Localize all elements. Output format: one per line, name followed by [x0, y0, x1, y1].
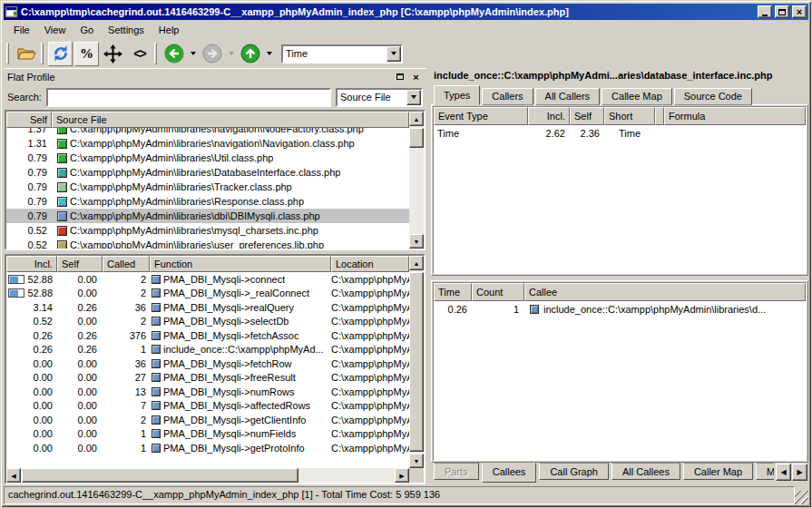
column-header-function[interactable]: Function: [150, 256, 331, 272]
bottom-tab[interactable]: Caller Map: [683, 463, 753, 480]
menu-item[interactable]: Go: [73, 22, 101, 38]
scroll-down-button[interactable]: ▼: [409, 454, 424, 468]
function-row[interactable]: 0.00 0.00 7 PMA_DBI_Mysqli->affectedRows…: [6, 399, 409, 414]
file-row[interactable]: 0.52 C:\xampp\phpMyAdmin\libraries\user_…: [6, 238, 409, 249]
detail-tab[interactable]: Callers: [482, 88, 533, 105]
search-input[interactable]: [46, 88, 331, 107]
scroll-thumb[interactable]: [409, 128, 424, 148]
dock-close-button[interactable]: ×: [409, 71, 423, 83]
forward-dropdown[interactable]: [226, 43, 236, 64]
group-by-select[interactable]: Source File: [336, 88, 423, 107]
forward-button[interactable]: [200, 42, 224, 66]
open-file-button[interactable]: [14, 42, 38, 66]
tab-scroll-right-button[interactable]: ▶: [792, 464, 807, 481]
menu-item[interactable]: File: [6, 22, 37, 38]
menu-item[interactable]: Help: [152, 22, 187, 38]
function-row[interactable]: 0.26 0.26 376 PMA_DBI_Mysqli->fetchAssoc…: [6, 328, 409, 343]
back-dropdown[interactable]: [188, 43, 198, 64]
minimize-icon: [762, 15, 768, 16]
column-header-called[interactable]: Called: [103, 256, 150, 272]
file-list-scrollbar[interactable]: ▲ ▼: [409, 112, 424, 249]
detail-tab[interactable]: Source Code: [674, 88, 752, 105]
scroll-up-button[interactable]: ▲: [409, 112, 424, 126]
column-header-count[interactable]: Count: [472, 283, 524, 301]
bottom-tab[interactable]: Machine Code: [756, 463, 774, 480]
scroll-up-button[interactable]: ▲: [409, 256, 424, 270]
event-type-row[interactable]: Time 2.62 2.36 Time: [434, 125, 806, 142]
dock-float-button[interactable]: [393, 71, 406, 83]
scroll-thumb[interactable]: [409, 272, 424, 452]
function-row[interactable]: 0.00 0.00 36 PMA_DBI_Mysqli->fetchRow C:…: [6, 357, 409, 371]
function-row[interactable]: 0.00 0.00 27 PMA_DBI_Mysqli->freeResult …: [6, 371, 409, 386]
refresh-icon: [52, 44, 70, 63]
event-type-select[interactable]: Time: [281, 44, 403, 64]
bottom-tab[interactable]: All Callees: [611, 463, 680, 480]
scroll-down-button[interactable]: ▼: [409, 234, 424, 249]
menu-item[interactable]: Settings: [101, 22, 152, 38]
called-value: 1: [103, 428, 150, 439]
maximize-button[interactable]: [775, 5, 789, 18]
back-button[interactable]: [161, 42, 186, 66]
column-header-time[interactable]: Time: [434, 283, 472, 301]
column-header-self[interactable]: Self: [570, 107, 604, 125]
resize-grip-icon[interactable]: [795, 491, 808, 504]
file-row[interactable]: 0.79 C:\xampp\phpMyAdmin\libraries\Datab…: [6, 165, 409, 180]
column-header-self[interactable]: Self: [6, 112, 52, 128]
function-row[interactable]: 52.88 0.00 2 PMA_DBI_Mysqli->connect C:\…: [6, 272, 409, 287]
column-header-short[interactable]: Short: [604, 107, 655, 125]
up-button[interactable]: [238, 42, 262, 66]
main-area: Flat Profile × Search: Source File Self …: [4, 68, 808, 484]
scroll-thumb[interactable]: [22, 468, 298, 483]
column-header-incl[interactable]: Incl.: [528, 107, 570, 125]
combo-arrow[interactable]: [406, 90, 421, 105]
close-button[interactable]: ×: [792, 5, 807, 18]
reload-button[interactable]: [48, 42, 73, 66]
detail-tab[interactable]: All Callers: [535, 88, 601, 105]
column-header-source-file[interactable]: Source File: [52, 112, 409, 128]
scroll-right-button[interactable]: ▶: [395, 468, 409, 483]
column-header-formula[interactable]: Formula: [664, 107, 806, 125]
function-row[interactable]: 3.14 0.26 36 PMA_DBI_Mysqli->realQuery C…: [6, 300, 409, 315]
scroll-left-button[interactable]: ◀: [6, 468, 21, 483]
function-row[interactable]: 0.00 0.00 13 PMA_DBI_Mysqli->numRows C:\…: [6, 385, 409, 399]
file-row[interactable]: 0.79 C:\xampp\phpMyAdmin\libraries\Track…: [6, 180, 409, 194]
relative-percent-button[interactable]: %: [74, 42, 99, 66]
bottom-tab[interactable]: Callees: [482, 463, 537, 483]
function-row[interactable]: 0.00 0.00 2 PMA_DBI_Mysqli->getClientInf…: [6, 413, 409, 427]
function-row[interactable]: 0.52 0.00 2 PMA_DBI_Mysqli->selectDb C:\…: [6, 315, 409, 329]
toolbar-handle[interactable]: [6, 43, 9, 64]
column-header-location[interactable]: Location: [331, 256, 409, 272]
function-row[interactable]: 52.88 0.00 2 PMA_DBI_Mysqli->_realConnec…: [6, 287, 409, 301]
bottom-tab[interactable]: Call Graph: [539, 463, 609, 480]
title-bar[interactable]: C:\xampp\tmp\cachegrind.out.1416463299-C…: [4, 4, 808, 20]
function-hscrollbar[interactable]: ◀ ▶: [6, 468, 409, 483]
dock-title-bar[interactable]: Flat Profile ×: [4, 68, 426, 84]
file-row[interactable]: 0.79 C:\xampp\phpMyAdmin\libraries\Respo…: [6, 194, 409, 209]
bottom-tab[interactable]: Parts: [434, 463, 479, 480]
function-row[interactable]: 0.00 0.00 1 PMA_DBI_Mysqli->numFields C:…: [6, 427, 409, 442]
tab-scroll-left-button[interactable]: ◀: [776, 464, 791, 481]
function-row[interactable]: 0.26 0.26 1 include_once::C:\xampp\phpMy…: [6, 343, 409, 357]
column-header-callee[interactable]: Callee: [524, 283, 806, 301]
file-row[interactable]: 0.79 C:\xampp\phpMyAdmin\libraries\dbi\D…: [6, 209, 409, 223]
file-row[interactable]: 0.52 C:\xampp\phpMyAdmin\libraries\mysql…: [6, 223, 409, 238]
function-row[interactable]: 0.00 0.00 1 PMA_DBI_Mysqli->getProtoInfo…: [6, 441, 409, 455]
callee-row[interactable]: 0.26 1 include_once::C:\xampp\phpMyAdmin…: [434, 301, 806, 318]
called-value: 2: [103, 274, 150, 285]
file-row[interactable]: 0.79 C:\xampp\phpMyAdmin\libraries\Util.…: [6, 151, 409, 165]
column-header-self[interactable]: Self: [57, 256, 103, 272]
column-header-event-type[interactable]: Event Type: [434, 107, 528, 125]
minimize-button[interactable]: [758, 5, 772, 18]
move-dock-button[interactable]: [101, 42, 125, 66]
detail-tab[interactable]: Types: [434, 85, 480, 105]
file-row[interactable]: 1.37 C:\xampp\phpMyAdmin\libraries\navig…: [6, 128, 409, 136]
cycle-detection-button[interactable]: <>: [127, 42, 152, 66]
up-dropdown[interactable]: [264, 43, 274, 64]
function-vscrollbar[interactable]: ▲ ▼: [409, 256, 424, 468]
file-row[interactable]: 1.31 C:\xampp\phpMyAdmin\libraries\navig…: [6, 136, 409, 151]
status-text: cachegrind.out.1416463299-C__xampp_phpMy…: [4, 486, 795, 504]
column-header-incl[interactable]: Incl.: [6, 256, 57, 272]
detail-tab[interactable]: Callee Map: [602, 88, 672, 105]
combo-arrow[interactable]: [386, 46, 401, 62]
menu-item[interactable]: View: [37, 22, 73, 38]
